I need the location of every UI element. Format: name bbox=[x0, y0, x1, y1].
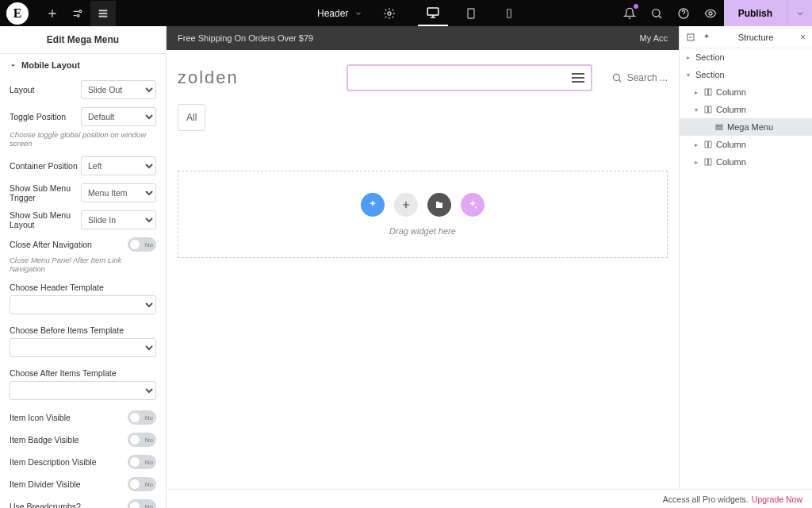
control-item-desc: Item Description Visible No bbox=[0, 451, 166, 473]
widget-dropzone[interactable]: Drag widget here bbox=[178, 171, 668, 258]
svg-rect-24 bbox=[709, 141, 712, 148]
layout-select[interactable]: Slide Out bbox=[81, 80, 156, 99]
svg-point-5 bbox=[388, 12, 391, 15]
svg-rect-23 bbox=[705, 141, 708, 148]
toggle-position-select[interactable]: Default bbox=[81, 107, 156, 126]
item-divider-toggle[interactable]: No bbox=[128, 477, 156, 491]
editor-canvas: Free Shipping On Orders Over $79 My Acc … bbox=[167, 26, 679, 489]
footer-text: Access all Pro widgets. bbox=[663, 495, 749, 504]
preview-button[interactable] bbox=[697, 0, 724, 26]
page-settings-button[interactable] bbox=[377, 1, 402, 26]
upgrade-link[interactable]: Upgrade Now bbox=[752, 495, 802, 504]
control-item-icon: Item Icon Visible No bbox=[0, 406, 166, 429]
all-categories-button[interactable]: All bbox=[178, 104, 205, 131]
navigator-tree: ▸Section ▾Section ▸Column ▾Column Mega M… bbox=[680, 48, 812, 489]
sub-menu-trigger-select[interactable]: Menu Item bbox=[81, 183, 156, 202]
svg-point-1 bbox=[77, 14, 79, 17]
svg-rect-25 bbox=[705, 159, 708, 165]
tree-mega-menu[interactable]: Mega Menu bbox=[680, 118, 812, 136]
add-container-button[interactable] bbox=[461, 193, 485, 217]
breadcrumbs-toggle[interactable]: No bbox=[128, 499, 156, 508]
svg-rect-26 bbox=[709, 159, 712, 165]
widget-icon bbox=[714, 122, 724, 132]
navigator-close-button[interactable]: × bbox=[800, 32, 806, 43]
svg-rect-3 bbox=[99, 13, 108, 14]
item-desc-toggle[interactable]: No bbox=[128, 455, 156, 469]
tree-column[interactable]: ▸Column bbox=[680, 136, 812, 153]
search-inline[interactable]: Search ... bbox=[611, 72, 668, 83]
settings-sliders-button[interactable] bbox=[65, 1, 90, 26]
navigator-toggle-button[interactable] bbox=[90, 1, 116, 26]
svg-point-11 bbox=[709, 12, 712, 15]
after-template-label: Choose After Items Template bbox=[0, 364, 166, 379]
dropzone-actions bbox=[361, 193, 485, 217]
sparkle-icon[interactable] bbox=[702, 33, 711, 42]
svg-rect-16 bbox=[705, 89, 708, 95]
control-use-breadcrumbs: Use Breadcrumbs? No bbox=[0, 495, 166, 508]
publish-button[interactable]: Publish bbox=[724, 0, 787, 26]
after-template-select[interactable] bbox=[10, 381, 156, 400]
tree-column[interactable]: ▸Column bbox=[680, 83, 812, 101]
control-sub-menu-layout: Show Sub Menu Layout Slide In bbox=[0, 206, 166, 233]
add-ai-button[interactable] bbox=[361, 193, 385, 217]
tree-section[interactable]: ▸Section bbox=[680, 48, 812, 66]
before-template-select[interactable] bbox=[10, 338, 156, 357]
sub-menu-layout-select[interactable]: Slide In bbox=[81, 210, 156, 229]
navigator-panel: Structure × ▸Section ▾Section ▸Column ▾C… bbox=[679, 26, 812, 489]
svg-point-14 bbox=[613, 74, 619, 80]
hamburger-icon[interactable] bbox=[569, 73, 584, 83]
add-section-button[interactable] bbox=[394, 193, 418, 217]
footer-bar: Access all Pro widgets. Upgrade Now bbox=[167, 489, 812, 508]
promo-text: Free Shipping On Orders Over $79 bbox=[178, 33, 313, 43]
add-widget-button[interactable] bbox=[40, 1, 65, 26]
top-bar: E Header Publish bbox=[0, 0, 812, 26]
svg-rect-22 bbox=[716, 129, 722, 130]
navigator-title: Structure bbox=[718, 33, 794, 42]
header-template-select[interactable] bbox=[10, 295, 156, 314]
svg-rect-17 bbox=[709, 89, 712, 95]
account-link[interactable]: My Acc bbox=[640, 33, 668, 43]
control-toggle-position: Toggle Position Default bbox=[0, 103, 166, 130]
promo-bar: Free Shipping On Orders Over $79 My Acc bbox=[167, 26, 679, 50]
container-position-select[interactable]: Left bbox=[81, 156, 156, 175]
control-sub-menu-trigger: Show Sub Menu Trigger Menu Item bbox=[0, 179, 166, 206]
notifications-button[interactable] bbox=[616, 0, 643, 26]
item-badge-toggle[interactable]: No bbox=[128, 433, 156, 447]
svg-rect-20 bbox=[716, 125, 722, 126]
publish-options-button[interactable] bbox=[787, 0, 812, 26]
search-icon bbox=[611, 72, 622, 83]
tree-column[interactable]: ▸Column bbox=[680, 153, 812, 171]
close-after-nav-toggle[interactable]: No bbox=[128, 237, 156, 252]
help-button[interactable] bbox=[670, 0, 697, 26]
svg-rect-19 bbox=[709, 106, 712, 113]
control-item-badge: Item Badge Visible No bbox=[0, 429, 166, 451]
svg-rect-2 bbox=[99, 10, 108, 11]
control-close-after-nav: Close After Navigation No bbox=[0, 233, 166, 256]
navigator-header: Structure × bbox=[680, 26, 812, 48]
finder-search-button[interactable] bbox=[643, 0, 670, 26]
column-icon bbox=[703, 140, 713, 149]
svg-rect-18 bbox=[705, 106, 708, 113]
document-selector[interactable]: Header bbox=[309, 3, 370, 24]
panel-title: Edit Mega Menu bbox=[0, 26, 166, 54]
item-icon-toggle[interactable]: No bbox=[128, 410, 156, 425]
add-template-button[interactable] bbox=[427, 193, 451, 217]
before-template-label: Choose Before Items Template bbox=[0, 321, 166, 337]
responsive-devices bbox=[418, 0, 524, 26]
control-item-divider: Item Divider Visible No bbox=[0, 473, 166, 495]
device-tablet[interactable] bbox=[456, 0, 486, 26]
elementor-logo[interactable]: E bbox=[6, 2, 29, 25]
tree-column[interactable]: ▾Column bbox=[680, 101, 812, 118]
device-mobile[interactable] bbox=[494, 0, 524, 26]
tree-section[interactable]: ▾Section bbox=[680, 66, 812, 83]
collapse-all-icon[interactable] bbox=[686, 33, 695, 42]
device-desktop[interactable] bbox=[418, 0, 448, 26]
search-wrap[interactable] bbox=[347, 64, 592, 91]
chevron-down-icon bbox=[354, 10, 362, 17]
svg-rect-21 bbox=[716, 127, 722, 129]
left-panel: Edit Mega Menu Mobile Layout Layout Slid… bbox=[0, 26, 167, 508]
section-mobile-layout[interactable]: Mobile Layout bbox=[0, 54, 166, 76]
svg-point-9 bbox=[652, 9, 659, 16]
close-after-nav-hint: Close Menu Panel After Item Link Navigat… bbox=[0, 256, 166, 278]
topbar-left-group: E bbox=[0, 1, 167, 26]
